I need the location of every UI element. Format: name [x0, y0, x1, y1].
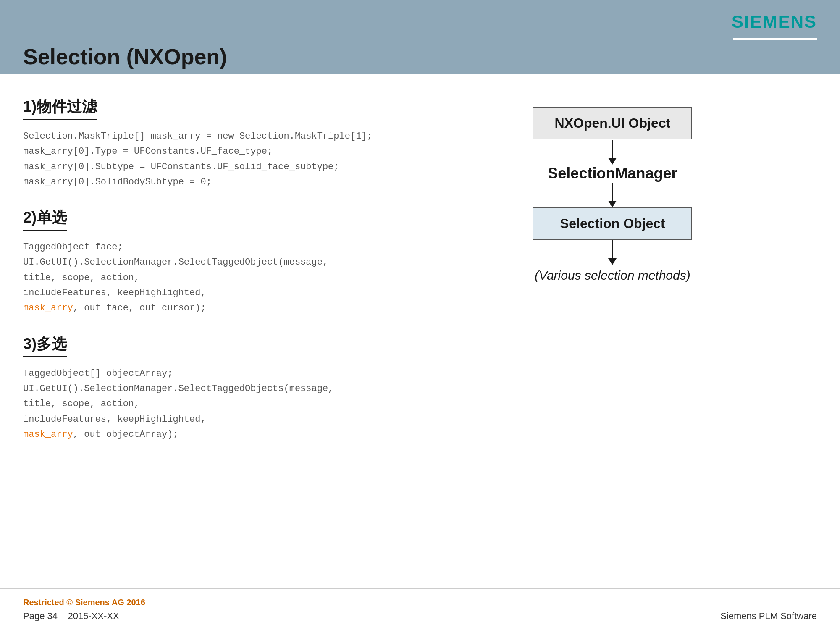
footer-restricted: Restricted © Siemens AG 2016 — [23, 598, 817, 607]
footer-bottom: Page 34 2015-XX-XX Siemens PLM Software — [23, 611, 817, 622]
arrow-line-1 — [612, 140, 613, 159]
section2: 2)单选 TaggedObject face; UI.GetUI().Selec… — [23, 207, 373, 316]
footer-page-label: Page 34 — [23, 611, 58, 621]
arrow-head-1 — [608, 158, 617, 165]
code-line: title, scope, action, — [23, 399, 139, 409]
arrow-line-3 — [612, 240, 613, 259]
code-line: mask_arry, out face, out cursor); — [23, 303, 206, 313]
siemens-logo: SIEMENS — [732, 12, 817, 32]
code-line: TaggedObject face; — [23, 242, 123, 252]
right-panel: NXOpen.UI Object SelectionManager Select… — [396, 74, 840, 588]
code-line: title, scope, action, — [23, 273, 139, 283]
code-line: includeFeatures, keepHighlighted, — [23, 288, 206, 298]
arrow-head-3 — [608, 258, 617, 265]
section3: 3)多选 TaggedObject[] objectArray; UI.GetU… — [23, 334, 373, 442]
section1-heading: 1)物件过滤 — [23, 97, 97, 120]
section1: 1)物件过滤 Selection.MaskTriple[] mask_arry … — [23, 97, 373, 190]
page-title: Selection (NXOpen) — [23, 44, 227, 69]
selection-manager-label: SelectionManager — [548, 165, 677, 182]
code-line: UI.GetUI().SelectionManager.SelectTagged… — [23, 383, 333, 394]
diagram-label-methods: (Various selection methods) — [535, 268, 690, 283]
code-line: mask_arry[0].Subtype = UFConstants.UF_so… — [23, 162, 339, 172]
code-line: mask_arry[0].Type = UFConstants.UF_face_… — [23, 146, 273, 157]
code-line: TaggedObject[] objectArray; — [23, 368, 173, 379]
diagram-arrow-2 — [608, 182, 617, 207]
code-line: mask_arry, out objectArray); — [23, 429, 178, 440]
diagram-arrow-1 — [608, 139, 617, 165]
diagram-arrow-3 — [608, 240, 617, 265]
diagram-container: NXOpen.UI Object SelectionManager Select… — [533, 107, 692, 283]
header-accent-bar — [733, 38, 817, 40]
footer-page: Page 34 2015-XX-XX — [23, 611, 119, 622]
footer-company: Siemens PLM Software — [720, 611, 817, 622]
arrow-head-2 — [608, 201, 617, 207]
left-panel: 1)物件过滤 Selection.MaskTriple[] mask_arry … — [0, 74, 396, 588]
section3-code: TaggedObject[] objectArray; UI.GetUI().S… — [23, 366, 373, 442]
main-content: 1)物件过滤 Selection.MaskTriple[] mask_arry … — [0, 74, 840, 588]
diagram-box-nxopen: NXOpen.UI Object — [533, 107, 692, 139]
code-line: mask_arry[0].SolidBodySubtype = 0; — [23, 177, 212, 187]
section1-code: Selection.MaskTriple[] mask_arry = new S… — [23, 129, 373, 190]
section2-code: TaggedObject face; UI.GetUI().SelectionM… — [23, 240, 373, 316]
footer: Restricted © Siemens AG 2016 Page 34 201… — [0, 588, 840, 630]
diagram-box-selection: Selection Object — [533, 207, 692, 240]
code-highlight: mask_arry — [23, 303, 73, 313]
code-highlight: mask_arry — [23, 429, 73, 440]
arrow-line-2 — [612, 183, 613, 202]
code-line: includeFeatures, keepHighlighted, — [23, 414, 206, 425]
section2-heading: 2)单选 — [23, 207, 67, 231]
header-bar: SIEMENS Selection (NXOpen) — [0, 0, 840, 74]
code-line: Selection.MaskTriple[] mask_arry = new S… — [23, 131, 373, 142]
section3-heading: 3)多选 — [23, 334, 67, 357]
footer-date: 2015-XX-XX — [68, 611, 119, 621]
code-line: UI.GetUI().SelectionManager.SelectTagged… — [23, 257, 328, 268]
